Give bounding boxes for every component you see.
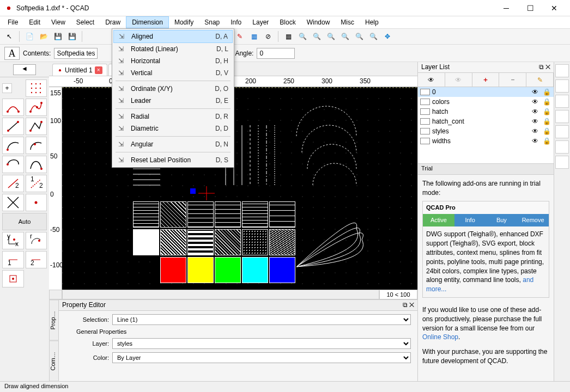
remove-layer-button[interactable]: － <box>499 73 526 87</box>
menu-item-rotated-linear-[interactable]: ⇲Rotated (Linear)D, L <box>113 43 233 55</box>
menu-item-vertical[interactable]: ⇲VerticalD, V <box>113 67 233 79</box>
menu-window[interactable]: Window <box>301 17 336 28</box>
layer-list[interactable]: 0👁🔒colors👁🔒hatch👁🔒hatch_cont👁🔒styles👁🔒wi… <box>418 87 554 163</box>
dim-1-tool[interactable]: 1 <box>2 251 24 268</box>
close-tab-icon[interactable]: × <box>95 66 102 74</box>
polyline-tool[interactable] <box>26 118 47 135</box>
dim-2-tool[interactable]: 2 <box>26 251 47 268</box>
command-tab[interactable]: Com… <box>49 341 59 382</box>
panel-toggle-5[interactable] <box>555 125 569 138</box>
layer-row[interactable]: colors👁🔒 <box>418 97 554 107</box>
spline-cv-tool[interactable] <box>26 156 47 173</box>
eye-icon[interactable]: 👁 <box>532 137 541 145</box>
menu-info[interactable]: Info <box>225 17 247 28</box>
add-point-tool[interactable]: + <box>2 83 12 93</box>
menu-item-angular[interactable]: ⇲AngularD, N <box>113 138 233 150</box>
zoom-window-button[interactable]: 🔍 <box>325 30 337 42</box>
layer-row[interactable]: styles👁🔒 <box>418 126 554 136</box>
text-style-button[interactable]: A <box>4 47 20 60</box>
lock-icon[interactable]: 🔒 <box>543 118 551 125</box>
close-panel-icon[interactable]: ✕ <box>545 63 550 71</box>
spline-fit-tool[interactable] <box>26 99 47 116</box>
xy-coords-tool[interactable]: yx <box>2 232 24 249</box>
horizontal-scrollbar[interactable] <box>62 290 379 299</box>
selection-dropdown[interactable]: Line (1) <box>112 314 411 325</box>
layer-row[interactable]: 0👁🔒 <box>418 87 554 97</box>
menu-layer[interactable]: Layer <box>247 17 274 28</box>
panel-toggle-7[interactable] <box>555 156 569 169</box>
menu-dimension[interactable]: Dimension <box>126 16 169 28</box>
document-tab[interactable]: Untitled 1× <box>52 64 107 76</box>
cross-tool[interactable] <box>2 194 24 211</box>
eye-icon[interactable]: 👁 <box>532 127 541 135</box>
menu-item-ordinate-x-y-[interactable]: ⇲Ordinate (X/Y)D, O <box>113 83 233 95</box>
grid-button[interactable]: ▦ <box>282 30 294 42</box>
menu-modify[interactable]: Modify <box>169 17 199 28</box>
panel-toggle-3[interactable] <box>555 95 569 108</box>
save-button[interactable]: 💾 <box>52 30 64 42</box>
menu-item-reset-label-position[interactable]: ⇲Reset Label PositionD, S <box>113 154 233 166</box>
pencil-button[interactable]: ✎ <box>234 30 246 42</box>
addon-active-button[interactable]: Active <box>423 214 454 226</box>
lock-icon[interactable]: 🔒 <box>543 88 551 96</box>
close-button[interactable]: ✕ <box>543 2 566 15</box>
add-layer-button[interactable]: ＋ <box>472 73 500 87</box>
zoom-pan-button[interactable]: ✥ <box>381 30 393 42</box>
menu-snap[interactable]: Snap <box>199 17 225 28</box>
layer-row[interactable]: hatch_cont👁🔒 <box>418 117 554 126</box>
menu-select[interactable]: Select <box>71 17 100 28</box>
menu-file[interactable]: File <box>2 17 23 28</box>
menu-item-horizontal[interactable]: ⇲HorizontalD, H <box>113 55 233 67</box>
angle-input[interactable] <box>257 48 295 59</box>
maximize-button[interactable]: ☐ <box>519 2 542 15</box>
color-property-dropdown[interactable]: By Layer <box>112 352 411 363</box>
menu-item-diametric[interactable]: ⇲DiametricD, D <box>113 122 233 134</box>
lock-icon[interactable]: 🔒 <box>543 137 551 145</box>
circle-select-button[interactable]: ⊘ <box>262 30 274 42</box>
open-file-button[interactable]: 📂 <box>38 30 50 42</box>
layer-row[interactable]: hatch👁🔒 <box>418 107 554 117</box>
lock-icon[interactable]: 🔒 <box>543 98 551 106</box>
menu-view[interactable]: View <box>46 17 71 28</box>
zoom-out-button[interactable]: 🔍 <box>311 30 323 42</box>
layer-property-dropdown[interactable]: styles <box>112 338 411 349</box>
zoom-in-button[interactable]: 🔍 <box>296 30 308 42</box>
hide-layers-button[interactable]: 👁 <box>445 73 472 87</box>
properties-tab[interactable]: Prop… <box>49 300 59 341</box>
layer-row[interactable]: widths👁🔒 <box>418 136 554 146</box>
close-panel-icon[interactable]: ✕ <box>409 301 414 309</box>
back-tool-button[interactable]: ◄ <box>13 64 36 75</box>
lock-icon[interactable]: 🔒 <box>543 127 551 135</box>
auto-button[interactable]: Auto <box>2 213 47 230</box>
zoom-next-button[interactable]: 🔍 <box>367 30 379 42</box>
menu-item-leader[interactable]: ⇲LeaderD, E <box>113 95 233 107</box>
point-tool[interactable] <box>26 194 47 211</box>
pointer-tool-button[interactable]: ↖ <box>3 30 15 42</box>
edit-layer-button[interactable]: ✎ <box>526 73 554 87</box>
lock-icon[interactable]: 🔒 <box>543 108 551 115</box>
zoom-prev-button[interactable]: 🔍 <box>353 30 365 42</box>
undock-icon[interactable]: ⧉ <box>539 63 544 71</box>
menu-help[interactable]: Help <box>360 17 384 28</box>
eye-icon[interactable]: 👁 <box>532 118 541 125</box>
rect-select-button[interactable]: ▦ <box>248 30 260 42</box>
panel-toggle-1[interactable] <box>555 64 569 77</box>
panel-toggle-6[interactable] <box>555 140 569 154</box>
menu-item-radial[interactable]: ⇲RadialD, R <box>113 111 233 122</box>
addon-remove-button[interactable]: Remove <box>517 214 549 226</box>
menu-item-aligned[interactable]: ⇲AlignedD, A <box>113 30 233 43</box>
show-all-layers-button[interactable]: 👁 <box>418 73 445 87</box>
new-file-button[interactable]: 📄 <box>23 30 35 42</box>
online-shop-link[interactable]: Online Shop <box>422 333 458 341</box>
tangent-2-tool[interactable]: 2 <box>2 175 24 192</box>
arc-3pt-tool[interactable] <box>26 137 47 154</box>
tangent-12-tool[interactable]: 12 <box>26 175 47 192</box>
eye-icon[interactable]: 👁 <box>532 88 541 96</box>
minimize-button[interactable]: ─ <box>495 2 518 15</box>
eye-icon[interactable]: 👁 <box>532 98 541 106</box>
point-grid-tool[interactable] <box>26 79 47 97</box>
line-tool[interactable] <box>2 118 24 135</box>
addon-info-button[interactable]: Info <box>454 214 486 226</box>
contents-input[interactable] <box>54 48 98 59</box>
arc-tool[interactable] <box>2 137 24 154</box>
